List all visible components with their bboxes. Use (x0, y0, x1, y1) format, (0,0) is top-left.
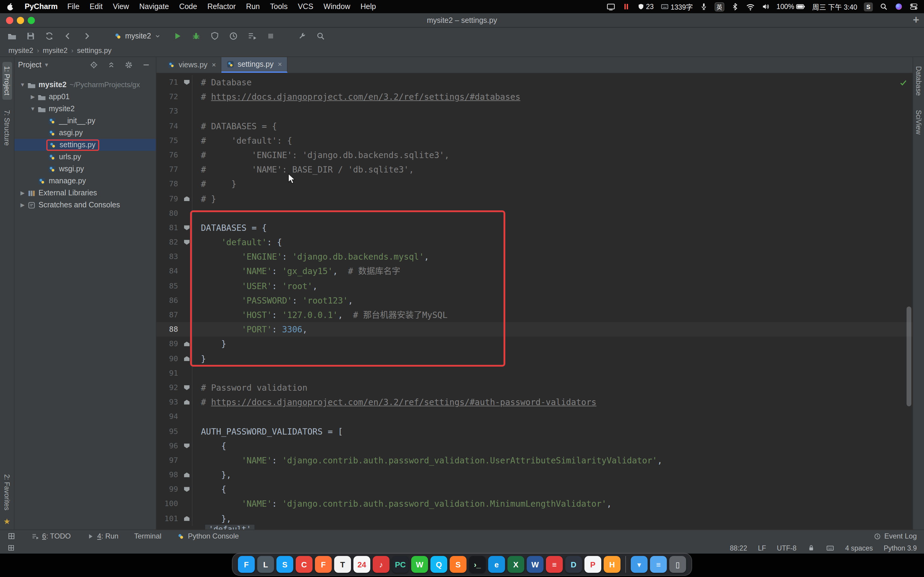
dock-icon-sogou[interactable]: S (450, 556, 467, 573)
forward-button[interactable] (81, 30, 93, 42)
code-line-93[interactable]: 93# https://docs.djangoproject.com/en/3.… (157, 395, 913, 409)
editor-scrollbar[interactable] (906, 306, 911, 406)
search-everywhere-button[interactable] (315, 30, 327, 42)
editor-tab-settings-py[interactable]: settings.py× (221, 57, 288, 73)
toolwindow-event-log[interactable]: Event Log (874, 532, 917, 540)
code-line-90[interactable]: 90} (157, 351, 913, 366)
save-all-button[interactable] (25, 30, 37, 42)
tool-strip-database[interactable]: Database (914, 62, 923, 100)
tree-item-app01[interactable]: ▶app01 (15, 91, 156, 103)
tree-expand-arrow[interactable]: ▼ (28, 106, 37, 112)
code-line-99[interactable]: 99 { (157, 482, 913, 497)
dock-icon-edge[interactable]: e (488, 556, 505, 573)
run-configuration-selector[interactable]: mysite2 (110, 31, 165, 40)
run-coverage-button[interactable] (209, 30, 221, 42)
dock-icon-chrome[interactable]: C (296, 556, 312, 573)
wifi-icon[interactable] (746, 2, 755, 11)
dock-icon-excel[interactable]: X (507, 556, 524, 573)
fold-marker[interactable] (182, 75, 192, 90)
tool-windows-icon[interactable] (7, 532, 16, 541)
indent-config[interactable]: 4 spaces (845, 544, 873, 551)
tree-item--init-py[interactable]: __init__.py (15, 115, 156, 127)
code-line-79[interactable]: 79# } (157, 192, 913, 206)
toolwindow-python-console[interactable]: Python Console (177, 532, 239, 540)
fold-marker[interactable] (182, 221, 192, 235)
dock-icon-typora[interactable]: T (334, 556, 351, 573)
close-tab-icon[interactable]: × (278, 60, 282, 69)
dock-icon-maps[interactable]: P (585, 556, 601, 573)
zoom-window-button[interactable] (27, 17, 35, 24)
profiler-button[interactable] (228, 30, 239, 42)
tree-collapse-arrow[interactable]: ▶ (28, 94, 37, 100)
code-line-88[interactable]: 88 'PORT': 3306, (157, 322, 913, 337)
dock-icon-pycharm[interactable]: PC (392, 556, 409, 573)
wrench-button[interactable] (296, 30, 308, 42)
tool-strip-favorites[interactable]: 2: Favorites (2, 470, 12, 514)
toolwindow-4-run[interactable]: 4: Run (86, 532, 118, 540)
screen-mirroring-icon[interactable] (606, 2, 615, 11)
input-mode-icon[interactable] (826, 544, 834, 552)
sync-button[interactable] (43, 30, 55, 42)
tree-expand-arrow[interactable]: ▼ (18, 82, 27, 88)
tree-item-manage-py[interactable]: manage.py (15, 175, 156, 187)
minimize-window-button[interactable] (17, 17, 24, 24)
dock-icon-wechat[interactable]: W (411, 556, 428, 573)
debug-button[interactable] (190, 30, 202, 42)
breadcrumb-item[interactable]: mysite2 (43, 46, 68, 55)
back-button[interactable] (62, 30, 74, 42)
menubar-clock[interactable]: 周三 下午 3:40 (812, 2, 857, 11)
menu-navigate[interactable]: Navigate (139, 2, 169, 11)
menu-view[interactable]: View (113, 2, 129, 11)
tree-collapse-arrow[interactable]: ▶ (18, 190, 27, 196)
volume-icon[interactable] (762, 2, 770, 11)
dock-icon-word[interactable]: W (527, 556, 543, 573)
collapse-all-button[interactable] (105, 59, 117, 71)
code-line-74[interactable]: 74# DATABASES = { (157, 119, 913, 133)
fold-marker[interactable] (182, 482, 192, 497)
file-encoding[interactable]: UTF-8 (777, 544, 796, 551)
input-counter[interactable]: 1339字 (660, 2, 693, 11)
fold-marker[interactable] (182, 511, 192, 525)
menu-vcs[interactable]: VCS (298, 2, 313, 11)
dock-icon-music[interactable]: ♪ (373, 556, 389, 573)
editor[interactable]: 71# Database72# https://docs.djangoproje… (157, 73, 913, 530)
siri-icon[interactable] (895, 2, 903, 11)
control-center-icon[interactable] (909, 2, 918, 11)
menu-edit[interactable]: Edit (90, 2, 103, 11)
dock-icon-reader[interactable]: ≡ (546, 556, 563, 573)
fold-marker[interactable] (182, 337, 192, 351)
code-line-85[interactable]: 85 'USER': 'root', (157, 279, 913, 293)
dock-icon-qq[interactable]: Q (430, 556, 447, 573)
toolwindow-terminal[interactable]: Terminal (134, 532, 162, 540)
locate-file-button[interactable] (88, 59, 100, 71)
code-line-83[interactable]: 83 'ENGINE': 'django.db.backends.mysql', (157, 250, 913, 264)
spotlight-search-icon[interactable] (879, 2, 888, 11)
panel-settings-button[interactable] (123, 59, 135, 71)
vpn-status[interactable]: 23 (637, 3, 654, 11)
code-line-80[interactable]: 80 (157, 206, 913, 220)
menu-refactor[interactable]: Refactor (207, 2, 236, 11)
tool-strip-project[interactable]: 1: Project (2, 62, 12, 100)
code-line-72[interactable]: 72# https://docs.djangoproject.com/en/3.… (157, 90, 913, 104)
code-line-100[interactable]: 100 'NAME': 'django.contrib.auth.passwor… (157, 497, 913, 511)
tree-item-external-libraries[interactable]: ▶External Libraries (15, 187, 156, 199)
fold-marker[interactable] (182, 235, 192, 250)
code-line-78[interactable]: 78# } (157, 177, 913, 192)
code-line-94[interactable]: 94 (157, 409, 913, 424)
titlebar[interactable]: mysite2 – settings.py + (0, 13, 924, 27)
code-line-77[interactable]: 77# 'NAME': BASE_DIR / 'db.sqlite3', (157, 162, 913, 177)
tree-item-mysite2[interactable]: ▼mysite2 (15, 103, 156, 115)
code-line-92[interactable]: 92# Password validation (157, 380, 913, 395)
code-line-91[interactable]: 91 (157, 366, 913, 380)
bluetooth-icon[interactable] (731, 2, 739, 11)
tree-item-wsgi-py[interactable]: wsgi.py (15, 163, 156, 175)
code-line-101[interactable]: 101 }, (157, 511, 913, 525)
dock-icon-terminal[interactable]: ›_ (469, 556, 486, 573)
code-line-96[interactable]: 96 { (157, 438, 913, 453)
code-line-81[interactable]: 81DATABASES = { (157, 221, 913, 235)
tree-item-asgi-py[interactable]: asgi.py (15, 127, 156, 139)
tool-strip-sciview[interactable]: SciView (914, 106, 923, 139)
inspections-ok-check-icon[interactable] (899, 78, 908, 87)
tree-item-mysite2[interactable]: ▼mysite2~/PycharmProjects/gx (15, 79, 156, 91)
inspections-ok-icon[interactable] (899, 76, 908, 88)
